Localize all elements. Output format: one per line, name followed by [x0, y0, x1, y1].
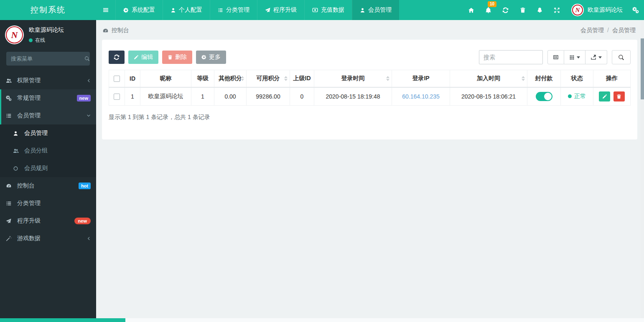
export-button[interactable] — [585, 50, 607, 64]
sidebar-item-member-manage[interactable]: 会员管理 — [0, 107, 96, 124]
topbar-user-name: 欧皇源码论坛 — [588, 6, 623, 14]
search-toggle-button[interactable] — [612, 50, 631, 64]
user-icon — [171, 8, 176, 13]
search-icon[interactable] — [84, 56, 90, 61]
breadcrumb-console[interactable]: 控制台 — [112, 27, 129, 34]
col-nickname[interactable]: 昵称 — [140, 70, 191, 87]
refresh-button[interactable] — [497, 0, 514, 20]
col-other-points[interactable]: 其他积分 — [214, 70, 247, 87]
status-dot-icon — [568, 94, 572, 98]
sidebar-item-general[interactable]: 常规管理 new — [0, 89, 96, 107]
fullscreen-button[interactable] — [548, 0, 565, 20]
notifications-button[interactable]: 10 — [480, 0, 497, 20]
sidebar-toggle-button[interactable] — [96, 0, 115, 20]
tab-member-manage[interactable]: 会员管理 — [352, 0, 399, 20]
delete-button[interactable]: 删除 — [162, 51, 192, 64]
row-checkbox[interactable] — [114, 94, 120, 100]
cell-block-payment — [527, 87, 561, 106]
columns-icon — [569, 55, 575, 60]
status-badge: 正常 — [568, 93, 586, 100]
sort-toggle[interactable] — [522, 76, 525, 81]
columns-button[interactable] — [564, 50, 585, 64]
cell-login-ip: 60.164.10.235 — [392, 87, 450, 106]
bell-icon — [485, 7, 491, 13]
tab-label: 分类管理 — [226, 6, 249, 14]
table-header-row: ID 昵称 等级 其他积分 可用积分 上级ID 登录时间 登录IP 加入时间 封… — [109, 70, 631, 87]
breadcrumb-parent[interactable]: 会员管理 — [580, 27, 604, 34]
vertical-scrollbar[interactable] — [641, 20, 644, 318]
tab-recharge-data[interactable]: 充值数据 — [304, 0, 352, 20]
badge-new: new — [77, 95, 91, 101]
clear-cache-button[interactable] — [514, 0, 531, 20]
select-all-checkbox[interactable] — [114, 76, 120, 82]
submenu-item-member-rules[interactable]: 会员规则 — [0, 160, 96, 177]
col-block-payment[interactable]: 封付款 — [527, 70, 561, 87]
refresh-table-button[interactable] — [109, 51, 125, 64]
block-payment-toggle[interactable] — [536, 92, 552, 101]
refresh-icon — [502, 7, 509, 13]
list-icon — [218, 8, 223, 13]
breadcrumb: 控制台 — [102, 27, 129, 34]
sidebar-submenu-member: 会员管理 会员分组 会员规则 — [0, 124, 96, 177]
cell-level: 1 — [191, 87, 214, 106]
sort-toggle[interactable] — [241, 76, 244, 81]
horizontal-scrollbar[interactable] — [0, 318, 644, 322]
edit-button[interactable]: 编辑 — [128, 51, 158, 64]
tab-program-upgrade[interactable]: 程序升级 — [257, 0, 304, 20]
table-row: 1 欧皇源码论坛 1 0.00 99286.00 0 2020-08-15 18… — [109, 87, 631, 106]
tab-personal-config[interactable]: 个人配置 — [163, 0, 210, 20]
horizontal-scrollbar-thumb[interactable] — [0, 318, 125, 322]
topbar-user-menu[interactable]: N 欧皇源码论坛 — [565, 4, 627, 16]
tab-label: 充值数据 — [321, 6, 344, 14]
sidebar-user-status: 在线 — [29, 37, 64, 44]
member-table: ID 昵称 等级 其他积分 可用积分 上级ID 登录时间 登录IP 加入时间 封… — [109, 70, 631, 106]
circle-icon — [13, 166, 24, 171]
sidebar-item-game-data[interactable]: 游戏数据 — [0, 230, 96, 247]
table-search-input[interactable] — [479, 50, 543, 64]
col-parent-id[interactable]: 上级ID — [290, 70, 314, 87]
sidebar-item-console[interactable]: 控制台 hot — [0, 177, 96, 195]
detail-view-button[interactable] — [547, 50, 564, 64]
row-select-cell — [109, 87, 125, 106]
home-button[interactable] — [463, 0, 480, 20]
sort-toggle[interactable] — [284, 76, 288, 81]
submenu-item-member-group[interactable]: 会员分组 — [0, 142, 96, 160]
vertical-scrollbar-thumb[interactable] — [641, 38, 644, 99]
col-available-points[interactable]: 可用积分 — [247, 70, 290, 87]
row-delete-button[interactable] — [613, 91, 625, 101]
sidebar-item-permissions[interactable]: 权限管理 — [0, 72, 96, 89]
qq-button[interactable] — [531, 0, 548, 20]
col-id[interactable]: ID — [125, 70, 140, 87]
tab-system-config[interactable]: 系统配置 — [115, 0, 163, 20]
sidebar-search-input[interactable] — [11, 56, 84, 62]
col-actions[interactable]: 操作 — [593, 70, 631, 87]
sort-toggle[interactable] — [386, 76, 389, 81]
row-edit-button[interactable] — [599, 91, 610, 101]
avatar: N — [571, 4, 584, 16]
fullscreen-icon — [554, 7, 560, 13]
col-join-time[interactable]: 加入时间 — [450, 70, 527, 87]
record-summary: 显示第 1 到第 1 条记录，总共 1 条记录 — [109, 114, 631, 121]
login-ip-link[interactable]: 60.164.10.235 — [402, 93, 440, 100]
qq-icon — [537, 7, 543, 13]
users-icon — [13, 148, 24, 154]
home-icon — [468, 7, 474, 13]
tab-category-manage[interactable]: 分类管理 — [210, 0, 257, 20]
edit-icon — [134, 55, 139, 60]
sidebar-user-panel[interactable]: N 欧皇源码论坛 在线 — [0, 20, 96, 48]
caret-down-icon — [598, 56, 602, 58]
cell-id: 1 — [125, 87, 140, 106]
cell-nickname: 欧皇源码论坛 — [140, 87, 191, 106]
col-login-time[interactable]: 登录时间 — [314, 70, 392, 87]
sidebar-item-category[interactable]: 分类管理 — [0, 195, 96, 212]
sidebar-item-upgrade[interactable]: 程序升级 new — [0, 212, 96, 230]
col-login-ip[interactable]: 登录IP — [392, 70, 450, 87]
more-button[interactable]: 更多 — [196, 51, 226, 64]
submenu-item-member-manage[interactable]: 会员管理 — [0, 124, 96, 142]
refresh-icon — [114, 54, 120, 60]
settings-button[interactable] — [627, 0, 644, 20]
col-level[interactable]: 等级 — [191, 70, 214, 87]
col-status[interactable]: 状态 — [561, 70, 593, 87]
cell-status: 正常 — [561, 87, 593, 106]
toolbar-right — [479, 50, 631, 64]
